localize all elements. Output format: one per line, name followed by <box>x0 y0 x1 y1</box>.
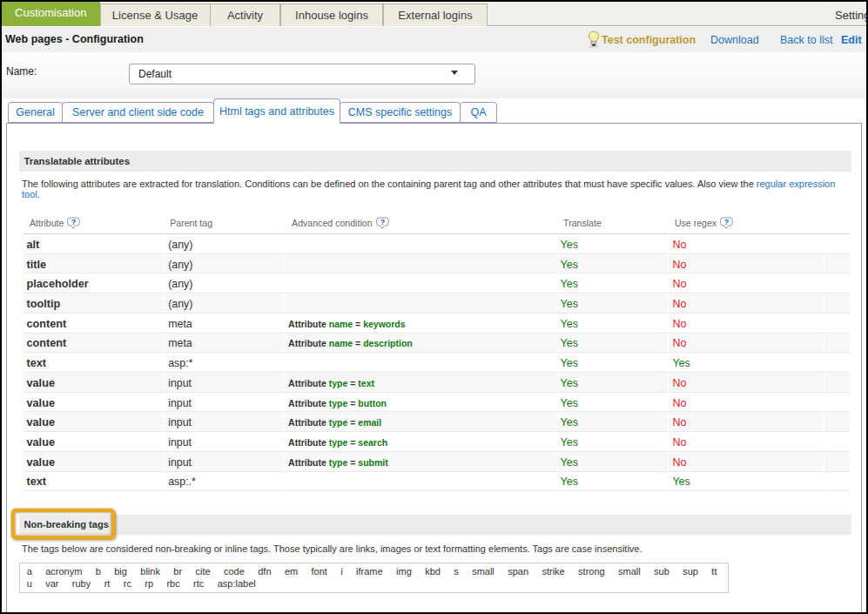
svg-text:?: ? <box>380 218 385 226</box>
svg-text:?: ? <box>71 218 77 226</box>
svg-text:?: ? <box>724 218 730 226</box>
